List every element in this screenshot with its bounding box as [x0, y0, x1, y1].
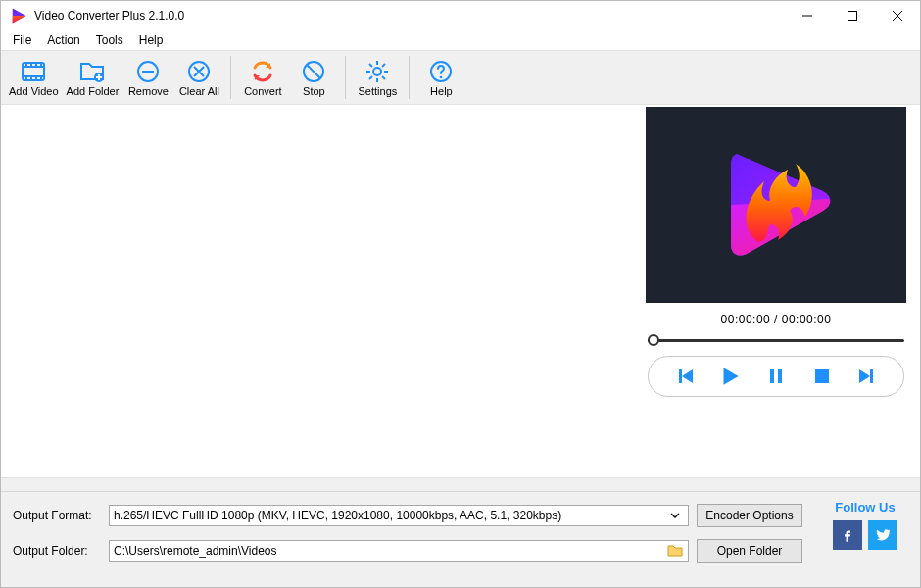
- skip-start-button[interactable]: [669, 361, 701, 392]
- menubar: File Action Tools Help: [1, 30, 920, 50]
- menu-file[interactable]: File: [5, 31, 39, 49]
- skip-end-button[interactable]: [851, 361, 883, 392]
- stop-button[interactable]: Stop: [288, 52, 339, 103]
- pause-button[interactable]: [760, 361, 792, 392]
- toolbar-label: Stop: [303, 85, 325, 97]
- no-entry-icon: [300, 58, 327, 85]
- open-folder-button[interactable]: Open Folder: [697, 539, 802, 563]
- output-folder-label: Output Folder:: [13, 544, 109, 558]
- gear-icon: [364, 58, 391, 85]
- chevron-down-icon: [666, 511, 684, 520]
- timecode: 00:00:00 / 00:00:00: [646, 313, 906, 326]
- maximize-button[interactable]: [830, 1, 875, 30]
- output-panel: Output Format: h.265/HEVC FullHD 1080p (…: [1, 491, 920, 587]
- facebook-icon[interactable]: [833, 520, 862, 550]
- remove-button[interactable]: Remove: [122, 52, 173, 103]
- output-format-label: Output Format:: [13, 509, 109, 522]
- encoder-options-button[interactable]: Encoder Options: [697, 504, 802, 527]
- toolbar-label: Settings: [359, 85, 398, 97]
- toolbar-separator: [409, 56, 410, 99]
- panel-separator: [1, 477, 920, 491]
- clear-all-button[interactable]: Clear All: [173, 52, 224, 103]
- help-button[interactable]: Help: [415, 52, 466, 103]
- toolbar-label: Remove: [128, 85, 169, 97]
- main-area: 00:00:00 / 00:00:00: [1, 105, 920, 477]
- preview-panel: 00:00:00 / 00:00:00: [646, 105, 920, 477]
- add-folder-button[interactable]: Add Folder: [63, 52, 123, 103]
- minimize-button[interactable]: [785, 1, 830, 30]
- titlebar: Video Converter Plus 2.1.0.0: [1, 1, 920, 30]
- window-title: Video Converter Plus 2.1.0.0: [34, 9, 184, 23]
- twitter-icon[interactable]: [868, 520, 897, 550]
- follow-us: Follow Us: [824, 500, 906, 550]
- toolbar-separator: [230, 56, 231, 99]
- svg-point-6: [373, 68, 381, 75]
- output-folder-value: C:\Users\remote_admin\Videos: [114, 544, 666, 558]
- app-logo: [707, 136, 845, 273]
- toolbar-label: Clear All: [179, 85, 219, 97]
- app-icon: [9, 6, 28, 25]
- output-folder-field[interactable]: C:\Users\remote_admin\Videos: [109, 540, 689, 562]
- svg-rect-9: [815, 369, 829, 383]
- seek-bar[interactable]: [648, 332, 904, 348]
- folder-icon: [666, 544, 684, 558]
- settings-button[interactable]: Settings: [352, 52, 403, 103]
- output-format-value: h.265/HEVC FullHD 1080p (MKV, HEVC, 1920…: [114, 509, 666, 522]
- toolbar-separator: [345, 56, 346, 99]
- folder-plus-icon: [78, 58, 106, 85]
- menu-help[interactable]: Help: [131, 31, 171, 49]
- file-list[interactable]: [1, 105, 646, 477]
- minus-circle-icon: [134, 58, 162, 85]
- svg-rect-0: [848, 12, 857, 21]
- toolbar: Add Video Add Folder Remove Clea: [1, 50, 920, 105]
- add-video-button[interactable]: Add Video: [5, 52, 63, 103]
- output-format-select[interactable]: h.265/HEVC FullHD 1080p (MKV, HEVC, 1920…: [109, 505, 689, 526]
- menu-action[interactable]: Action: [39, 31, 87, 49]
- toolbar-label: Convert: [244, 85, 282, 97]
- film-icon: [20, 58, 47, 85]
- close-button[interactable]: [875, 1, 920, 30]
- x-circle-icon: [185, 58, 213, 85]
- follow-us-title: Follow Us: [824, 500, 906, 514]
- toolbar-label: Help: [430, 85, 453, 97]
- play-button[interactable]: [714, 361, 746, 392]
- refresh-icon: [249, 58, 276, 85]
- preview-screen: [646, 107, 906, 303]
- toolbar-label: Add Folder: [67, 85, 120, 97]
- toolbar-label: Add Video: [9, 85, 59, 97]
- question-circle-icon: [427, 58, 455, 85]
- svg-point-8: [440, 76, 443, 79]
- menu-tools[interactable]: Tools: [88, 31, 131, 49]
- stop-playback-button[interactable]: [806, 361, 838, 392]
- playback-controls: [648, 356, 904, 397]
- convert-button[interactable]: Convert: [237, 52, 288, 103]
